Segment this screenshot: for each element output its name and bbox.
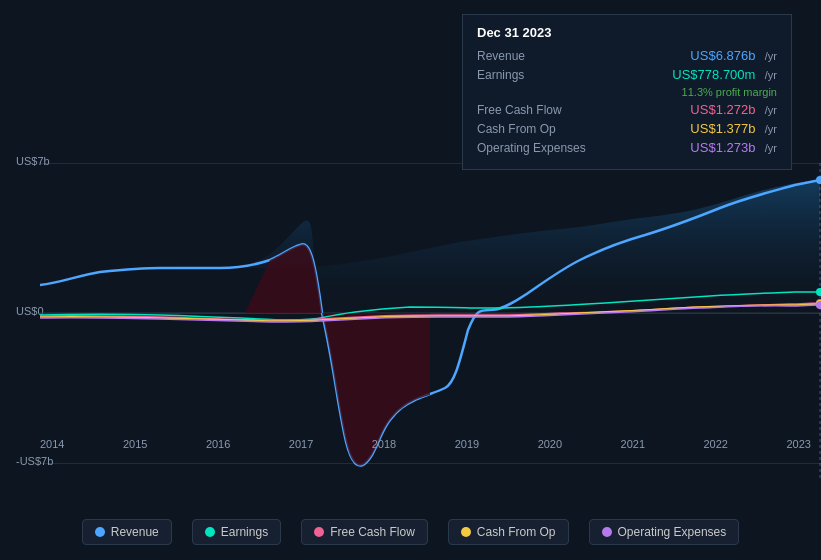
legend-item-revenue[interactable]: Revenue	[82, 519, 172, 545]
tooltip-label-opex: Operating Expenses	[477, 141, 597, 155]
legend-label-earnings: Earnings	[221, 525, 268, 539]
tooltip-box: Dec 31 2023 Revenue US$6.876b /yr Earnin…	[462, 14, 792, 170]
tooltip-value-earnings: US$778.700m	[672, 67, 755, 82]
legend-item-cashop[interactable]: Cash From Op	[448, 519, 569, 545]
legend-dot-cashop	[461, 527, 471, 537]
x-label-2023: 2023	[786, 438, 810, 450]
x-label-2016: 2016	[206, 438, 230, 450]
tooltip-label-cashop: Cash From Op	[477, 122, 597, 136]
x-label-2017: 2017	[289, 438, 313, 450]
tooltip-value-fcf: US$1.272b	[690, 102, 755, 117]
tooltip-label-fcf: Free Cash Flow	[477, 103, 597, 117]
legend-label-fcf: Free Cash Flow	[330, 525, 415, 539]
tooltip-value-cashop: US$1.377b	[690, 121, 755, 136]
tooltip-unit-fcf: /yr	[765, 104, 777, 116]
x-label-2022: 2022	[704, 438, 728, 450]
legend-dot-opex	[602, 527, 612, 537]
legend-label-opex: Operating Expenses	[618, 525, 727, 539]
tooltip-unit-cashop: /yr	[765, 123, 777, 135]
tooltip-row-opex: Operating Expenses US$1.273b /yr	[477, 140, 777, 155]
legend-dot-fcf	[314, 527, 324, 537]
chart-legend: Revenue Earnings Free Cash Flow Cash Fro…	[0, 519, 821, 545]
tooltip-row-revenue: Revenue US$6.876b /yr	[477, 48, 777, 63]
tooltip-unit-opex: /yr	[765, 142, 777, 154]
x-label-2015: 2015	[123, 438, 147, 450]
legend-dot-earnings	[205, 527, 215, 537]
legend-item-opex[interactable]: Operating Expenses	[589, 519, 740, 545]
tooltip-row-earnings: Earnings US$778.700m /yr	[477, 67, 777, 82]
x-label-2019: 2019	[455, 438, 479, 450]
x-label-2014: 2014	[40, 438, 64, 450]
x-label-2021: 2021	[621, 438, 645, 450]
x-label-2018: 2018	[372, 438, 396, 450]
x-axis-labels: 2014 2015 2016 2017 2018 2019 2020 2021 …	[40, 438, 811, 450]
legend-item-fcf[interactable]: Free Cash Flow	[301, 519, 428, 545]
tooltip-margin-value: 11.3% profit margin	[682, 86, 777, 98]
tooltip-row-margin: 11.3% profit margin	[477, 86, 777, 98]
legend-dot-revenue	[95, 527, 105, 537]
x-label-2020: 2020	[538, 438, 562, 450]
tooltip-value-opex: US$1.273b	[690, 140, 755, 155]
tooltip-row-cashop: Cash From Op US$1.377b /yr	[477, 121, 777, 136]
tooltip-title: Dec 31 2023	[477, 25, 777, 40]
tooltip-row-fcf: Free Cash Flow US$1.272b /yr	[477, 102, 777, 117]
tooltip-label-earnings: Earnings	[477, 68, 597, 82]
legend-label-revenue: Revenue	[111, 525, 159, 539]
tooltip-label-revenue: Revenue	[477, 49, 597, 63]
legend-label-cashop: Cash From Op	[477, 525, 556, 539]
tooltip-unit-earnings: /yr	[765, 69, 777, 81]
tooltip-value-revenue: US$6.876b	[690, 48, 755, 63]
tooltip-unit-revenue: /yr	[765, 50, 777, 62]
legend-item-earnings[interactable]: Earnings	[192, 519, 281, 545]
